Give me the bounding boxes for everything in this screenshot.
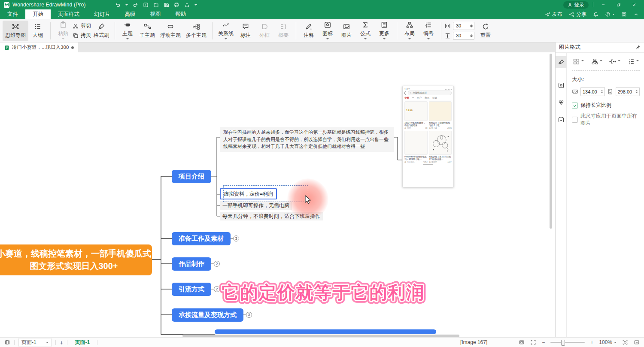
- floating-topic-button[interactable]: 浮动主题: [158, 21, 183, 41]
- callout-button[interactable]: 标注: [236, 21, 255, 41]
- branch-node-traffic[interactable]: 引流方式: [172, 283, 211, 296]
- format-painter-button[interactable]: 格式刷: [91, 21, 112, 41]
- connector-style-dropdown[interactable]: [609, 58, 620, 65]
- apply-to-all-checkbox[interactable]: [572, 117, 578, 123]
- collapse-badge[interactable]: 3: [233, 235, 239, 241]
- panel-tab-theme[interactable]: [556, 97, 567, 109]
- open-file-icon[interactable]: [153, 2, 159, 8]
- spin-down-icon[interactable]: [601, 92, 603, 94]
- branch-node-preparation[interactable]: 准备工作及素材: [172, 232, 231, 245]
- mindmap-mode-button[interactable]: 思维导图: [3, 21, 28, 41]
- topic-button[interactable]: 主题: [118, 21, 137, 41]
- layout-button[interactable]: 布局: [400, 21, 419, 41]
- menu-page-style[interactable]: 页面样式: [51, 9, 87, 19]
- vertical-scrollbar[interactable]: [550, 54, 552, 229]
- menu-slides[interactable]: 幻灯片: [87, 9, 118, 19]
- focus-mode-icon[interactable]: [622, 339, 628, 345]
- undo-dropdown-caret[interactable]: [125, 4, 128, 7]
- reset-button[interactable]: 重置: [476, 21, 495, 41]
- save-icon[interactable]: [164, 2, 169, 8]
- zoom-in-button[interactable]: +: [590, 339, 593, 345]
- subtopic-button[interactable]: 子主题: [137, 21, 158, 41]
- structure-style-dropdown[interactable]: [591, 58, 602, 65]
- collapse-ribbon-chevron-icon[interactable]: [633, 12, 639, 17]
- vertical-spacing-stepper[interactable]: 30: [453, 32, 474, 40]
- panel-tab-style[interactable]: [556, 56, 567, 68]
- document-tab[interactable]: 冷门小赛道，...现日入300: [0, 42, 78, 52]
- summary-button[interactable]: 概要: [274, 21, 293, 41]
- outline-mode-button[interactable]: 大纲: [28, 21, 47, 41]
- zoom-level-dropdown[interactable]: 100%: [599, 339, 617, 345]
- new-document-icon[interactable]: [143, 2, 149, 8]
- collapse-badge[interactable]: 3: [246, 312, 252, 318]
- redo-icon[interactable]: [133, 2, 138, 8]
- spin-down-icon[interactable]: [635, 92, 638, 94]
- branch-node-monetize[interactable]: 承接流量及变现方式: [172, 308, 243, 322]
- width-input[interactable]: [581, 89, 601, 94]
- icon-marker-button[interactable]: 图标: [318, 21, 337, 41]
- numbering-style-dropdown[interactable]: [628, 58, 639, 65]
- inserted-image-node[interactable]: 11:27 控笔线稿素材 全部 用户 商品 筛选 1999 1500+控笔模板素…: [402, 86, 454, 187]
- login-button[interactable]: 登录: [563, 1, 589, 9]
- zoom-out-button[interactable]: −: [542, 339, 545, 345]
- relationship-button[interactable]: 关系线: [216, 21, 236, 41]
- copy-button[interactable]: 拷贝: [73, 31, 91, 39]
- close-button[interactable]: [629, 0, 640, 9]
- add-page-button[interactable]: +: [60, 339, 64, 346]
- layout-style-dropdown[interactable]: [573, 58, 584, 65]
- print-icon[interactable]: [174, 2, 179, 8]
- menu-view[interactable]: 视图: [143, 9, 168, 19]
- zoom-slider[interactable]: [550, 342, 585, 343]
- help-menu-button[interactable]: [605, 12, 615, 17]
- cut-button[interactable]: 剪切: [73, 22, 91, 30]
- collapse-badge[interactable]: 2: [214, 261, 220, 267]
- restore-button[interactable]: [613, 0, 624, 9]
- multiple-topics-button[interactable]: 多个主题: [183, 21, 209, 41]
- spin-up-icon[interactable]: [601, 89, 603, 91]
- panel-tab-task[interactable]: [556, 114, 567, 126]
- page-overview-icon[interactable]: [4, 339, 10, 345]
- pin-icon[interactable]: [635, 45, 641, 50]
- spin-down-icon[interactable]: [470, 26, 473, 29]
- subtopic-node[interactable]: 一部手机即可操作，无需电脑: [220, 201, 292, 210]
- central-topic-node[interactable]: 小赛道，线稿控笔素材，一部手机傻瓜式 图文形式实现日入300+: [0, 244, 152, 275]
- fit-to-window-icon[interactable]: [519, 339, 525, 345]
- menu-help[interactable]: 帮助: [168, 9, 194, 19]
- paste-button[interactable]: 粘贴: [54, 21, 73, 41]
- share-button[interactable]: 分享: [569, 11, 586, 18]
- panel-tab-shape[interactable]: [556, 79, 567, 91]
- spin-up-icon[interactable]: [470, 23, 473, 26]
- horizontal-spacing-stepper[interactable]: 30: [453, 22, 474, 30]
- export-icon[interactable]: [184, 2, 190, 8]
- menu-advanced[interactable]: 高级: [118, 9, 143, 19]
- numbering-button[interactable]: 编号: [419, 21, 438, 41]
- formula-button[interactable]: 公式: [356, 21, 375, 41]
- more-insert-button[interactable]: 更多: [375, 21, 394, 41]
- keep-aspect-ratio-checkbox[interactable]: [572, 103, 578, 109]
- spin-up-icon[interactable]: [635, 89, 638, 91]
- branch-node-partially-visible[interactable]: [215, 329, 436, 334]
- apps-grid-icon[interactable]: [621, 12, 627, 17]
- spin-down-icon[interactable]: [470, 36, 473, 39]
- fullscreen-icon[interactable]: [530, 339, 536, 345]
- zoom-slider-thumb[interactable]: [561, 340, 565, 346]
- collapse-panel-icon[interactable]: [634, 339, 640, 345]
- height-input[interactable]: [616, 89, 636, 94]
- minimize-button[interactable]: [598, 0, 609, 9]
- boundary-button[interactable]: 外框: [255, 21, 274, 41]
- spin-up-icon[interactable]: [470, 33, 473, 36]
- menu-file[interactable]: 文件: [0, 9, 25, 19]
- picture-button[interactable]: 图片: [337, 21, 356, 41]
- publish-button[interactable]: 发布: [545, 11, 562, 18]
- topic-note-text[interactable]: 现在学习插画的人越来越多，而学习这个的第一步基础就是练习线稿控笔，很多人对于报课…: [220, 127, 394, 152]
- undo-icon[interactable]: [115, 2, 121, 8]
- quick-toolbar-caret[interactable]: [194, 4, 197, 7]
- page-tab-active[interactable]: 页面-1: [71, 339, 93, 346]
- branch-node-project-intro[interactable]: 项目介绍: [172, 170, 211, 183]
- menu-home[interactable]: 开始: [25, 9, 51, 19]
- page-select-dropdown[interactable]: 页面-1: [18, 338, 52, 347]
- mindmap-canvas[interactable]: 现在学习插画的人越来越多，而学习这个的第一步基础就是练习线稿控笔，很多人对于报课…: [0, 52, 555, 337]
- note-button[interactable]: 注释: [299, 21, 318, 41]
- branch-node-production[interactable]: 作品制作: [172, 257, 211, 271]
- notifications-bell-icon[interactable]: [593, 12, 598, 17]
